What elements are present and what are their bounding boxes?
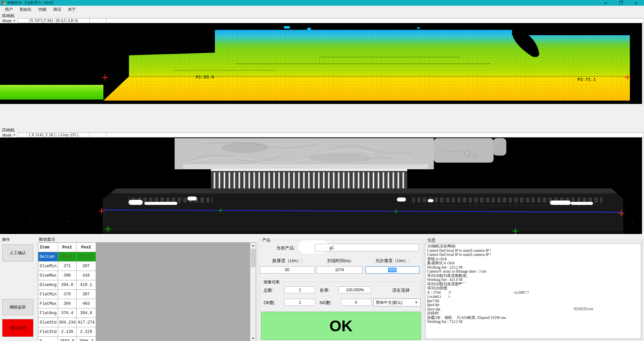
value-cell: 390 xyxy=(58,271,77,280)
camera3d-status-cell xyxy=(90,18,106,23)
item-cell: DeltaH xyxy=(38,252,58,261)
value-cell: Pos2 xyxy=(77,243,96,252)
selected-text: 500 xyxy=(388,268,396,272)
total-field[interactable]: 1 xyxy=(284,286,315,293)
title-bar: 测量程序 【当前用户: OEM】 × xyxy=(0,0,644,6)
ok-count-label: OK数: xyxy=(264,300,275,306)
result-status-banner: OK xyxy=(261,312,421,340)
table-row[interactable]: GlueMin371397 xyxy=(38,262,96,271)
camera3d-mode-button[interactable]: Mode xyxy=(0,18,18,23)
bottom-panel: 操作 人工确认 网络监听 停止监听 数据显示 ItemPos1Pos2Delta… xyxy=(0,234,644,341)
table-row[interactable]: DeltaH63.871.1 xyxy=(38,252,96,262)
film-thickness-field[interactable]: 50 xyxy=(260,266,315,274)
camera3d-toolstrip: Mode (X 5473,Y 84) : (R 0,G 0,B 0) xyxy=(0,18,644,23)
menu-bar: 用户初始化功能调试关于 xyxy=(0,6,644,13)
manual-confirm-button[interactable]: 人工确认 xyxy=(2,244,33,262)
item-cell: GlueAvg xyxy=(38,280,58,289)
table-row[interactable]: X2583.57966.7 xyxy=(38,337,96,341)
item-cell: GlueMax xyxy=(38,271,58,280)
item-cell: FlatAvg xyxy=(38,308,58,318)
log-line-4: 集成调试 is click xyxy=(427,261,641,265)
camera3d-status-bar xyxy=(106,18,644,23)
data-table-scrollbar[interactable] xyxy=(250,243,256,341)
minimize-icon xyxy=(604,3,607,3)
table-row[interactable]: GlueStd394.234417.274 xyxy=(38,318,96,327)
camera3d-view[interactable]: P1:63.8 P2:71.1 xyxy=(0,23,644,104)
table-row[interactable]: FlatMin370387 xyxy=(38,290,96,299)
redaction-blob xyxy=(451,280,514,309)
scroll-down-icon[interactable] xyxy=(250,336,256,341)
table-row[interactable]: FlatStd2.1392.229 xyxy=(38,327,96,337)
menu-item-0[interactable]: 用户 xyxy=(1,6,16,13)
value-cell: 376.4 xyxy=(58,308,77,318)
menu-item-1[interactable]: 初始化 xyxy=(16,6,35,13)
window-title: 测量程序 【当前用户: OEM】 xyxy=(7,0,55,6)
table-row[interactable]: FlatAvg376.4394.8 xyxy=(38,308,96,318)
stop-listen-button[interactable]: 停止监听 xyxy=(2,319,33,337)
camera3d-pixel-status: (X 5473,Y 84) : (R 0,G 0,B 0) xyxy=(18,18,90,23)
camera2d-mode-button[interactable]: Mode xyxy=(0,132,18,137)
value-cell: 416 xyxy=(77,271,96,280)
product-label: 产品 xyxy=(261,237,271,243)
camera2d-toolstrip: Mode ( X 3145, Y 28 ) : ( Gray 255 ) xyxy=(0,132,644,137)
window-controls: × xyxy=(598,0,644,6)
results-groupbox: 测量结果 总数: 1 良率: 100.000% OK数: 1 NG数: 0 语言… xyxy=(260,282,421,311)
allowed-thickness-field[interactable]: 500 xyxy=(365,266,419,274)
value-cell: 2583.5 xyxy=(58,337,77,341)
item-cell: FlatMin xyxy=(38,290,58,299)
current-product-field[interactable]: g1 xyxy=(315,244,419,251)
table-row[interactable]: GlueAvg394.8419.1 xyxy=(38,280,96,290)
log-line-1: Cannot find local IP to match camera IP … xyxy=(427,248,641,253)
csv-filename: 9110233.csv xyxy=(574,307,593,311)
current-product-label: 当前产品: xyxy=(276,245,295,251)
heightmap-image: P1:63.8 P2:71.1 xyxy=(0,23,644,104)
item-cell: GlueMin xyxy=(38,262,58,271)
item-cell: Item xyxy=(38,243,58,252)
menu-item-4[interactable]: 关于 xyxy=(64,6,79,13)
log-line-7: 等到3D取到灰度图数据。 xyxy=(427,274,641,278)
yield-label: 良率: xyxy=(320,287,330,293)
log-line-2: Cannot find local IP to match camera IP … xyxy=(427,252,641,257)
allowed-thickness-label: 允许厚度（Um）: xyxy=(365,258,419,264)
network-listen-button[interactable]: 网络监听 xyxy=(2,299,33,315)
language-select-label: 语言选择 xyxy=(381,287,421,293)
table-header-row[interactable]: ItemPos1Pos2 xyxy=(38,243,96,252)
value-cell: 394.8 xyxy=(58,280,77,289)
data-display-listview: ItemPos1Pos2DeltaH63.871.1GlueMin371397G… xyxy=(38,242,256,341)
p1-marker-label: P1:63.8 xyxy=(196,75,214,80)
ok-count-field[interactable]: 1 xyxy=(284,299,315,306)
minimize-button[interactable] xyxy=(598,0,613,6)
chevron-down-icon xyxy=(13,134,15,136)
scroll-up-icon[interactable] xyxy=(250,243,256,248)
menu-item-3[interactable]: 调试 xyxy=(50,6,64,13)
info-log[interactable]: 3D相机没有网络!Cannot find local IP to match c… xyxy=(425,243,641,339)
log-line-18: Working Set : 712.2 M xyxy=(427,320,641,324)
yield-field[interactable]: 100.000% xyxy=(338,286,371,293)
log-line-17: 加载3张 相机 行AOI检查, Elapsed 19296 ms. xyxy=(427,316,641,320)
scan-time-field[interactable]: 1074 xyxy=(317,266,362,274)
scrollbar-thumb[interactable] xyxy=(251,249,256,267)
menu-item-2[interactable]: 功能 xyxy=(35,6,50,13)
restore-button[interactable] xyxy=(613,0,629,6)
product-groupbox: 产品 当前产品: g1 膜厚度（Um）: 扫描时间ms: 允许厚度（Um）: 5… xyxy=(259,240,422,340)
p2-marker-label: P2:71.1 xyxy=(578,77,596,82)
close-button[interactable]: × xyxy=(629,0,644,6)
app-window: 测量程序 【当前用户: OEM】 × 用户初始化功能调试关于 3D相机 Mode… xyxy=(0,0,644,341)
ng-count-field[interactable]: 0 xyxy=(341,299,371,306)
value-cell: 417.274 xyxy=(77,318,96,327)
chevron-down-icon xyxy=(13,20,15,21)
value-cell: 403 xyxy=(77,299,96,308)
table-row[interactable]: FlatMax384403 xyxy=(38,299,96,308)
item-cell: FlatMax xyxy=(38,299,58,308)
data-table[interactable]: ItemPos1Pos2DeltaH63.871.1GlueMin371397G… xyxy=(38,243,96,341)
operations-label: 操作 xyxy=(2,237,10,242)
table-row[interactable]: GlueMax390416 xyxy=(38,271,96,280)
camera2d-view[interactable] xyxy=(0,137,644,234)
value-cell: 63.8 xyxy=(58,252,77,261)
log-line-5: Working Set : 223.2 M xyxy=(427,265,641,270)
grayscale-image xyxy=(0,137,644,234)
language-dropdown[interactable]: 简体中文(默认) xyxy=(373,298,421,306)
camera2d-pixel-status: ( X 3145, Y 28 ) : ( Gray 255 ) xyxy=(18,132,90,137)
value-cell: 384 xyxy=(58,299,77,308)
data-display-label: 数据显示 xyxy=(39,237,55,242)
